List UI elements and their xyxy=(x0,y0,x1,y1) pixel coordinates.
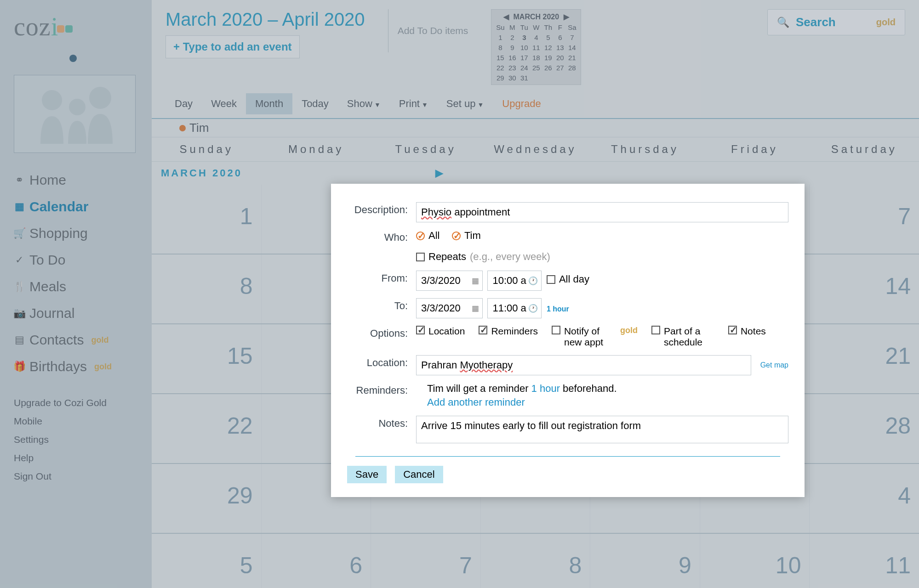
mini-cal-date[interactable]: 16 xyxy=(506,52,518,62)
family-avatar[interactable] xyxy=(14,75,136,153)
mini-cal-date[interactable]: 1 xyxy=(494,32,506,42)
mini-cal-date[interactable]: 22 xyxy=(494,62,506,73)
view-month[interactable]: Month xyxy=(246,93,292,114)
menu-show[interactable]: Show▼ xyxy=(338,93,390,114)
mini-cal-next[interactable]: ▶ xyxy=(559,13,574,21)
opt-notes[interactable]: Notes xyxy=(728,326,766,348)
all-day-check[interactable]: All day xyxy=(547,273,589,285)
mini-cal-date[interactable]: 26 xyxy=(542,62,554,73)
add-event-input[interactable]: + Type to add an event xyxy=(166,35,300,58)
mini-calendar[interactable]: ◀MARCH 2020▶ SuMTuWThFSa 123456789101112… xyxy=(491,9,581,85)
calendar-cell[interactable]: 28 xyxy=(810,394,919,463)
view-day[interactable]: Day xyxy=(166,93,202,114)
nav-shopping[interactable]: 🛒Shopping xyxy=(14,220,138,247)
calendar-cell[interactable]: 9 xyxy=(590,534,700,588)
mini-cal-date[interactable]: 10 xyxy=(518,42,530,52)
calendar-cell[interactable]: 15 xyxy=(152,324,262,393)
nav-contacts[interactable]: ▤Contactsgold xyxy=(14,327,138,353)
link-mobile[interactable]: Mobile xyxy=(14,412,138,430)
mini-cal-date[interactable]: 15 xyxy=(494,52,506,62)
calendar-cell[interactable]: 29 xyxy=(152,464,262,533)
user-filter-row[interactable]: Tim xyxy=(152,118,919,137)
link-upgrade-gold[interactable]: Upgrade to Cozi Gold xyxy=(14,394,138,412)
mini-cal-date[interactable] xyxy=(566,73,578,83)
mini-cal-date[interactable]: 21 xyxy=(566,52,578,62)
opt-notify[interactable]: Notify of new apptgold xyxy=(552,326,638,348)
mini-cal-date[interactable]: 19 xyxy=(542,52,554,62)
menu-setup[interactable]: Set up▼ xyxy=(437,93,493,114)
calendar-cell[interactable]: 10 xyxy=(700,534,810,588)
opt-schedule[interactable]: Part of a schedule xyxy=(651,326,714,348)
view-today[interactable]: Today xyxy=(292,93,338,114)
add-todo-link[interactable]: Add To Do items xyxy=(388,9,478,52)
nav-calendar[interactable]: ▦Calendar xyxy=(14,193,138,220)
play-arrow-icon[interactable]: ▶ xyxy=(435,167,445,179)
opt-location[interactable]: Location xyxy=(416,326,465,348)
calendar-cell[interactable]: 11 xyxy=(810,534,919,588)
calendar-cell[interactable]: 8 xyxy=(481,534,591,588)
calendar-cell[interactable]: 5 xyxy=(152,534,262,588)
nav-journal[interactable]: 📷Journal xyxy=(14,300,138,327)
mini-cal-date[interactable]: 5 xyxy=(542,32,554,42)
link-upgrade[interactable]: Upgrade xyxy=(493,93,550,114)
calendar-icon[interactable]: ▦ xyxy=(472,276,479,285)
mini-cal-date[interactable]: 25 xyxy=(530,62,542,73)
mini-cal-date[interactable]: 4 xyxy=(530,32,542,42)
mini-cal-date[interactable]: 24 xyxy=(518,62,530,73)
save-button[interactable]: Save xyxy=(347,466,387,483)
mini-cal-date[interactable]: 20 xyxy=(554,52,566,62)
mini-cal-date[interactable]: 3 xyxy=(518,32,530,42)
link-signout[interactable]: Sign Out xyxy=(14,467,138,486)
mini-cal-date[interactable]: 13 xyxy=(554,42,566,52)
who-tim[interactable]: Tim xyxy=(452,230,481,242)
mini-cal-date[interactable]: 8 xyxy=(494,42,506,52)
calendar-cell[interactable]: 7 xyxy=(810,185,919,254)
duration-link[interactable]: 1 hour xyxy=(547,305,569,313)
calendar-cell[interactable]: 6 xyxy=(262,534,371,588)
mini-cal-date[interactable]: 7 xyxy=(566,32,578,42)
calendar-cell[interactable]: 8 xyxy=(152,254,262,323)
clock-icon[interactable]: 🕐 xyxy=(528,276,538,285)
calendar-cell[interactable]: 21 xyxy=(810,324,919,393)
mini-cal-date[interactable]: 11 xyxy=(530,42,542,52)
search-box[interactable]: 🔍 Search gold xyxy=(767,9,905,35)
calendar-cell[interactable]: 1 xyxy=(152,185,262,254)
repeats-check[interactable]: Repeats (e.g., every week) xyxy=(416,251,550,263)
link-settings[interactable]: Settings xyxy=(14,430,138,449)
mini-cal-date[interactable]: 27 xyxy=(554,62,566,73)
cancel-button[interactable]: Cancel xyxy=(395,466,443,483)
mini-cal-date[interactable]: 17 xyxy=(518,52,530,62)
calendar-cell[interactable]: 14 xyxy=(810,254,919,323)
mini-cal-date[interactable] xyxy=(530,73,542,83)
calendar-icon[interactable]: ▦ xyxy=(472,303,479,313)
mini-cal-date[interactable]: 31 xyxy=(518,73,530,83)
add-reminder-link[interactable]: Add another reminder xyxy=(427,396,788,408)
who-all[interactable]: All xyxy=(416,230,440,242)
opt-reminders[interactable]: Reminders xyxy=(479,326,538,348)
location-input[interactable]: Prahran Myotherapy xyxy=(416,355,751,375)
mini-cal-date[interactable] xyxy=(542,73,554,83)
calendar-cell[interactable]: 4 xyxy=(810,464,919,533)
menu-print[interactable]: Print▼ xyxy=(390,93,437,114)
clock-icon[interactable]: 🕐 xyxy=(528,303,538,313)
calendar-cell[interactable]: 7 xyxy=(371,534,481,588)
link-help[interactable]: Help xyxy=(14,449,138,467)
mini-cal-date[interactable]: 6 xyxy=(554,32,566,42)
notes-input[interactable]: Arrive 15 minutes early to fill out regi… xyxy=(416,416,788,443)
description-input[interactable]: Physio appointment xyxy=(416,202,788,222)
reminder-duration-link[interactable]: 1 hour xyxy=(531,383,560,394)
mini-cal-date[interactable]: 29 xyxy=(494,73,506,83)
mini-cal-date[interactable]: 14 xyxy=(566,42,578,52)
mini-cal-date[interactable]: 28 xyxy=(566,62,578,73)
nav-todo[interactable]: ✓To Do xyxy=(14,247,138,273)
nav-birthdays[interactable]: 🎁Birthdaysgold xyxy=(14,353,138,380)
mini-cal-date[interactable]: 23 xyxy=(506,62,518,73)
calendar-cell[interactable]: 22 xyxy=(152,394,262,463)
mini-cal-date[interactable]: 12 xyxy=(542,42,554,52)
mini-cal-date[interactable] xyxy=(554,73,566,83)
mini-cal-date[interactable]: 9 xyxy=(506,42,518,52)
nav-meals[interactable]: 🍴Meals xyxy=(14,273,138,300)
view-week[interactable]: Week xyxy=(202,93,246,114)
mini-cal-date[interactable]: 18 xyxy=(530,52,542,62)
nav-home[interactable]: ⚭Home xyxy=(14,167,138,193)
